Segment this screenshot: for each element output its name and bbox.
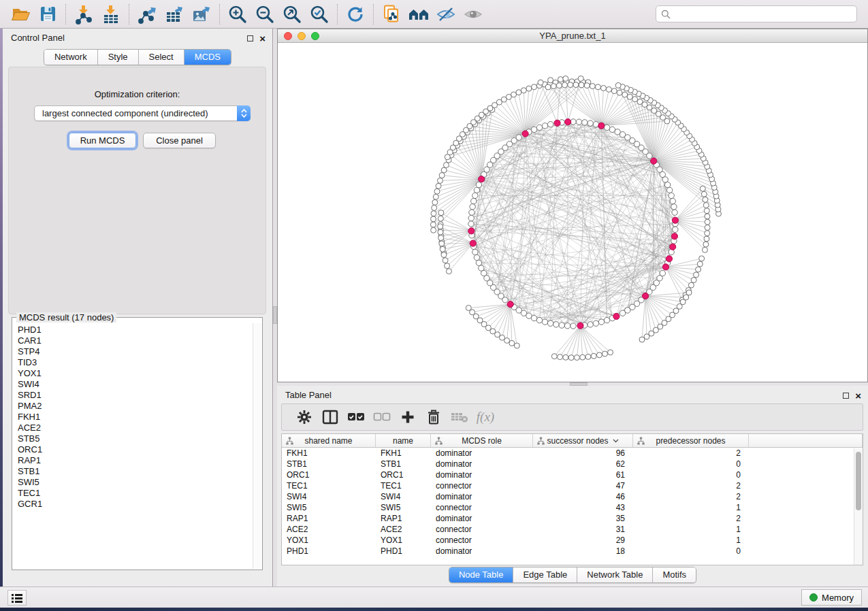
table-cell[interactable]: dominator — [431, 491, 533, 502]
network-canvas[interactable] — [278, 43, 867, 382]
table-cell[interactable]: 1 — [633, 535, 749, 546]
memory-button[interactable]: Memory — [801, 589, 862, 606]
table-cell[interactable]: PHD1 — [282, 546, 376, 557]
table-cell[interactable]: 18 — [533, 546, 633, 557]
mcds-result-item[interactable]: ACE2 — [18, 423, 253, 433]
table-settings-button[interactable] — [291, 406, 317, 428]
export-network-button[interactable] — [133, 3, 161, 26]
table-cell[interactable]: 0 — [633, 546, 749, 557]
show-panel-list-button[interactable] — [7, 590, 27, 606]
close-panel-icon[interactable]: × — [259, 35, 266, 42]
network-graph[interactable] — [278, 43, 867, 382]
table-cell[interactable]: ACE2 — [282, 524, 376, 535]
mcds-list-scrollbar[interactable] — [253, 323, 261, 569]
table-cell[interactable]: STB1 — [376, 459, 431, 469]
table-row[interactable]: ORC1ORC1dominator610 — [282, 469, 863, 480]
search-field[interactable] — [656, 5, 857, 22]
mcds-result-list[interactable]: PHD1CAR1STP4TID3YOX1SWI4SRD1PMA2FKH1ACE2… — [13, 323, 253, 569]
table-row[interactable]: PHD1PHD1dominator180 — [282, 546, 863, 557]
import-network-button[interactable] — [70, 3, 97, 26]
table-cell[interactable]: 46 — [533, 491, 633, 502]
mcds-result-item[interactable]: STP4 — [18, 346, 253, 357]
table-cell[interactable]: dominator — [431, 469, 533, 480]
column-header[interactable]: successor nodes — [533, 434, 633, 447]
table-cell[interactable]: connector — [431, 480, 533, 491]
table-cell[interactable]: 2 — [633, 448, 749, 459]
tab-style[interactable]: Style — [97, 50, 138, 65]
column-header[interactable]: MCDS role — [431, 434, 533, 447]
table-cell[interactable]: PHD1 — [376, 546, 431, 557]
table-cell[interactable]: 0 — [633, 459, 749, 469]
table-row[interactable]: RAP1RAP1dominator352 — [282, 513, 863, 524]
float-panel-icon[interactable] — [247, 35, 253, 42]
optimization-criterion-dropdown[interactable]: largest connected component (undirected) — [34, 105, 251, 121]
mcds-result-item[interactable]: CAR1 — [18, 335, 253, 346]
table-cell[interactable]: RAP1 — [282, 513, 376, 524]
column-header[interactable]: shared name — [282, 434, 376, 447]
column-header[interactable]: predecessor nodes — [633, 434, 749, 447]
tab-node-table[interactable]: Node Table — [449, 567, 513, 582]
table-cell[interactable]: connector — [431, 524, 533, 535]
open-file-button[interactable] — [7, 3, 34, 26]
table-cell[interactable]: 2 — [633, 513, 749, 524]
table-row[interactable]: YOX1YOX1connector291 — [282, 535, 863, 546]
table-row[interactable]: STB1STB1dominator620 — [282, 459, 863, 469]
table-cell[interactable]: 1 — [633, 524, 749, 535]
refresh-view-button[interactable] — [342, 3, 369, 26]
table-cell[interactable]: dominator — [431, 459, 533, 469]
table-cell[interactable]: 2 — [633, 480, 749, 491]
mcds-result-item[interactable]: SWI5 — [18, 477, 253, 488]
mcds-result-item[interactable]: SRD1 — [18, 390, 253, 401]
table-cell[interactable]: 31 — [533, 524, 633, 535]
float-panel-icon[interactable] — [843, 393, 849, 399]
table-row[interactable]: SWI5SWI5connector431 — [282, 502, 863, 513]
import-table-button[interactable] — [97, 3, 125, 26]
table-cell[interactable]: YOX1 — [376, 535, 431, 546]
table-row[interactable]: FKH1FKH1dominator962 — [282, 448, 863, 459]
table-row[interactable]: TEC1TEC1connector472 — [282, 480, 863, 491]
table-cell[interactable]: 35 — [533, 513, 633, 524]
table-cell[interactable]: 0 — [633, 469, 749, 480]
close-panel-button[interactable]: Close panel — [143, 133, 216, 148]
scrollbar-thumb[interactable] — [856, 452, 861, 510]
table-cell[interactable]: FKH1 — [282, 448, 376, 459]
hide-selected-button[interactable] — [432, 3, 460, 26]
table-cell[interactable]: ORC1 — [282, 469, 376, 480]
table-cell[interactable]: dominator — [431, 513, 533, 524]
table-cell[interactable]: TEC1 — [376, 480, 431, 491]
table-cell[interactable]: 1 — [633, 502, 749, 513]
delete-columns-button[interactable] — [421, 406, 447, 428]
toggle-panel-layout-button[interactable] — [317, 406, 343, 428]
table-cell[interactable]: dominator — [431, 546, 533, 557]
table-cell[interactable]: YOX1 — [282, 535, 376, 546]
table-cell[interactable]: 47 — [533, 480, 633, 491]
mcds-result-item[interactable]: PMA2 — [18, 401, 253, 412]
table-row[interactable]: ACE2ACE2connector311 — [282, 524, 863, 535]
tab-select[interactable]: Select — [138, 50, 184, 65]
tab-network-table[interactable]: Network Table — [577, 567, 652, 582]
tab-motifs[interactable]: Motifs — [652, 567, 696, 582]
run-mcds-button[interactable]: Run MCDS — [69, 133, 136, 148]
export-table-button[interactable] — [161, 3, 188, 26]
mcds-result-item[interactable]: STB5 — [18, 433, 253, 444]
first-neighbors-button[interactable] — [405, 3, 432, 26]
zoom-selected-button[interactable] — [306, 3, 333, 26]
mcds-result-item[interactable]: YOX1 — [18, 368, 253, 379]
table-cell[interactable]: SWI5 — [282, 502, 376, 513]
mcds-result-item[interactable]: SWI4 — [18, 379, 253, 390]
search-input[interactable] — [674, 10, 852, 19]
add-column-button[interactable] — [395, 406, 421, 428]
table-cell[interactable]: 2 — [633, 491, 749, 502]
table-cell[interactable]: 43 — [533, 502, 633, 513]
table-cell[interactable]: ACE2 — [376, 524, 431, 535]
save-session-button[interactable] — [34, 3, 61, 26]
export-image-button[interactable] — [188, 3, 215, 26]
table-cell[interactable]: STB1 — [282, 459, 376, 469]
select-all-button[interactable] — [343, 406, 369, 428]
tab-edge-table[interactable]: Edge Table — [513, 567, 577, 582]
table-cell[interactable]: dominator — [431, 448, 533, 459]
table-cell[interactable]: 62 — [533, 459, 633, 469]
table-cell[interactable]: TEC1 — [282, 480, 376, 491]
show-all-button[interactable] — [460, 3, 487, 26]
mcds-result-item[interactable]: RAP1 — [18, 455, 253, 466]
